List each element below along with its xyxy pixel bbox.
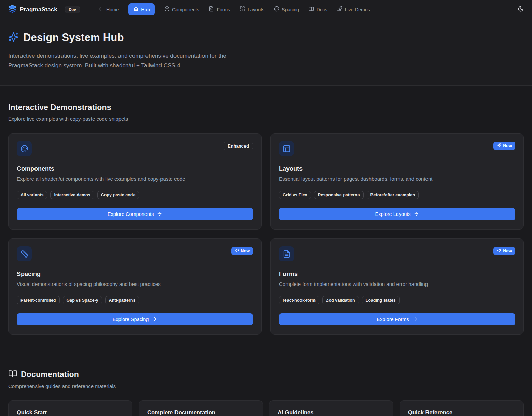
nav-item-docs[interactable]: Docs bbox=[309, 6, 327, 13]
card-title: Complete Documentation bbox=[147, 409, 254, 416]
tag: Zod validation bbox=[322, 296, 359, 304]
tag-row: All variants Interactive demos Copy-past… bbox=[17, 191, 253, 199]
explore-layouts-button[interactable]: Explore Layouts bbox=[279, 208, 515, 220]
card-title: Spacing bbox=[17, 271, 253, 278]
cta-label: Explore Spacing bbox=[113, 317, 149, 322]
ruler-icon bbox=[17, 246, 32, 261]
badge-label: New bbox=[241, 249, 250, 253]
explore-components-button[interactable]: Explore Components bbox=[17, 208, 253, 220]
cta-label: Explore Forms bbox=[377, 317, 409, 322]
nav-item-hub[interactable]: Hub bbox=[128, 3, 155, 15]
tag-row: Parent-controlled Gap vs Space-y Anti-pa… bbox=[17, 296, 253, 304]
badge-label: New bbox=[503, 249, 512, 253]
nav-item-live-demos[interactable]: Live Demos bbox=[337, 6, 370, 13]
arrow-right-icon bbox=[157, 211, 162, 218]
tag: Copy-paste code bbox=[97, 191, 139, 199]
sparkles-icon bbox=[235, 248, 239, 254]
demo-card-layouts: New Layouts Essential layout patterns fo… bbox=[270, 133, 524, 230]
tag: Before/after examples bbox=[367, 191, 419, 199]
nav-item-label: Hub bbox=[141, 7, 150, 12]
doc-card-grid: Quick Start 5-minute crash course Comple… bbox=[8, 400, 524, 416]
tag: Interactive demos bbox=[50, 191, 94, 199]
sparkles-icon bbox=[497, 143, 501, 149]
card-description: Visual demonstrations of spacing philoso… bbox=[17, 281, 253, 287]
file-text-icon bbox=[209, 6, 214, 13]
cta-label: Explore Layouts bbox=[375, 211, 411, 217]
nav-item-label: Spacing bbox=[282, 7, 299, 12]
docs-subheading: Comprehensive guides and reference mater… bbox=[8, 383, 524, 389]
tag: Gap vs Space-y bbox=[63, 296, 102, 304]
nav-item-layouts[interactable]: Layouts bbox=[240, 6, 264, 13]
nav-item-label: Live Demos bbox=[345, 7, 370, 12]
arrow-left-icon bbox=[98, 6, 104, 13]
nav-item-label: Layouts bbox=[248, 7, 264, 12]
new-badge: New bbox=[493, 142, 515, 150]
nav-item-spacing[interactable]: Spacing bbox=[274, 6, 299, 13]
palette-icon bbox=[274, 6, 279, 13]
theme-toggle-button[interactable] bbox=[518, 6, 524, 13]
nav-item-label: Home bbox=[106, 7, 119, 12]
nav-item-forms[interactable]: Forms bbox=[209, 6, 230, 13]
file-text-icon bbox=[279, 246, 294, 261]
main-content: Interactive Demonstrations Explore live … bbox=[0, 86, 532, 416]
doc-card-complete-documentation[interactable]: Complete Documentation Full design syste… bbox=[139, 400, 263, 416]
tag: Anti-patterns bbox=[105, 296, 139, 304]
new-badge: New bbox=[231, 247, 253, 255]
demo-card-spacing: New Spacing Visual demonstrations of spa… bbox=[8, 238, 262, 335]
nav-item-components[interactable]: Components bbox=[164, 6, 199, 13]
card-title: Quick Reference bbox=[408, 409, 515, 416]
palette-icon bbox=[17, 141, 32, 156]
demo-card-components: Enhanced Components Explore all shadcn/u… bbox=[8, 133, 262, 230]
explore-forms-button[interactable]: Explore Forms bbox=[279, 313, 515, 325]
sparkles-icon bbox=[8, 32, 19, 44]
brand[interactable]: PragmaStack Dev bbox=[8, 5, 80, 14]
hero-section: Design System Hub Interactive demonstrat… bbox=[0, 19, 532, 86]
book-open-icon bbox=[309, 6, 314, 13]
doc-card-quick-reference[interactable]: Quick Reference Cheat sheet for lookups bbox=[400, 400, 524, 416]
cta-label: Explore Components bbox=[108, 211, 154, 217]
demo-card-forms: New Forms Complete form implementations … bbox=[270, 238, 524, 335]
brand-name: PragmaStack bbox=[20, 6, 57, 13]
env-badge: Dev bbox=[65, 6, 80, 13]
arrow-right-icon bbox=[152, 316, 157, 323]
card-title: Components bbox=[17, 165, 253, 172]
card-title: Quick Start bbox=[17, 409, 124, 416]
box-icon bbox=[164, 6, 170, 13]
arrow-right-icon bbox=[414, 211, 419, 218]
tag: Parent-controlled bbox=[17, 296, 60, 304]
explore-spacing-button[interactable]: Explore Spacing bbox=[17, 313, 253, 325]
house-icon bbox=[133, 6, 139, 13]
nav-item-home[interactable]: Home bbox=[98, 6, 119, 13]
card-description: Complete form implementations with valid… bbox=[279, 281, 515, 287]
tag-row: react-hook-form Zod validation Loading s… bbox=[279, 296, 515, 304]
sparkles-icon bbox=[497, 248, 501, 254]
nav-item-label: Components bbox=[172, 7, 199, 12]
layers-logo-icon bbox=[8, 5, 16, 14]
status-badge: Enhanced bbox=[224, 142, 253, 150]
navbar: PragmaStack Dev Home Hub Components Fo bbox=[0, 0, 532, 19]
panels-top-left-icon bbox=[279, 141, 294, 156]
card-title: Layouts bbox=[279, 165, 515, 172]
page-title: Design System Hub bbox=[23, 31, 124, 44]
docs-heading: Documentation bbox=[21, 370, 79, 379]
moon-icon bbox=[518, 6, 524, 13]
tag-row: Grid vs Flex Responsive patterns Before/… bbox=[279, 191, 515, 199]
tag: Grid vs Flex bbox=[279, 191, 311, 199]
nav-links: Home Hub Components Forms Layouts bbox=[98, 3, 370, 15]
layout-dashboard-icon bbox=[240, 6, 245, 13]
demos-subheading: Explore live examples with copy-paste co… bbox=[8, 116, 524, 122]
demos-heading: Interactive Demonstrations bbox=[8, 103, 524, 112]
badge-label: New bbox=[503, 143, 512, 148]
tag: Responsive patterns bbox=[314, 191, 364, 199]
card-title: AI Guidelines bbox=[278, 409, 385, 416]
nav-item-label: Forms bbox=[216, 7, 230, 12]
tag: All variants bbox=[17, 191, 47, 199]
demo-card-grid: Enhanced Components Explore all shadcn/u… bbox=[8, 133, 524, 335]
rocket-icon bbox=[337, 6, 342, 13]
card-description: Essential layout patterns for pages, das… bbox=[279, 176, 515, 182]
card-title: Forms bbox=[279, 271, 515, 278]
book-open-icon bbox=[8, 369, 17, 379]
doc-card-quick-start[interactable]: Quick Start 5-minute crash course bbox=[8, 400, 132, 416]
doc-card-ai-guidelines[interactable]: AI Guidelines Rules for AI code generati… bbox=[269, 400, 393, 416]
card-description: Explore all shadcn/ui components with li… bbox=[17, 176, 253, 182]
